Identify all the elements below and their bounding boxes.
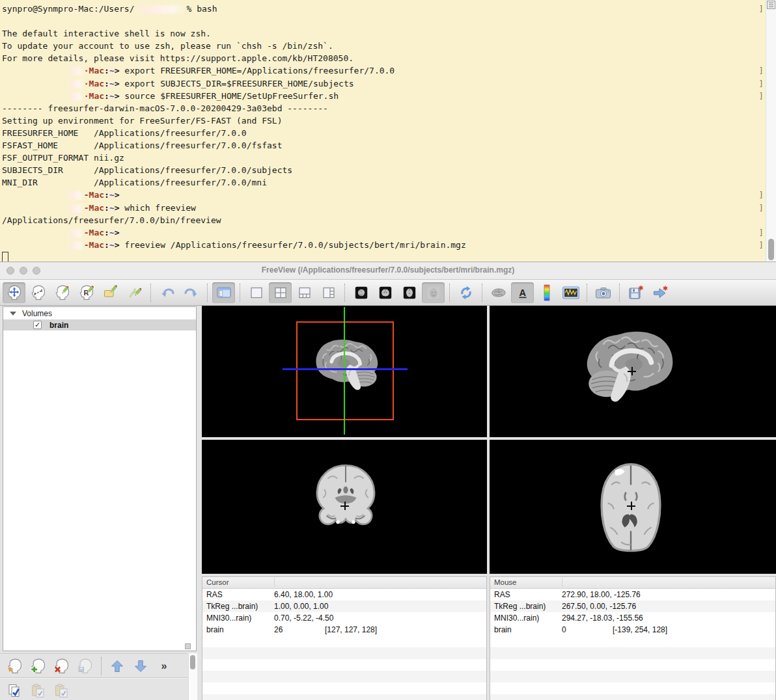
measure-tool-button[interactable] — [27, 282, 49, 303]
sidebar-scrollbar-thumb[interactable] — [190, 655, 195, 669]
reload-volume-button[interactable] — [454, 282, 477, 303]
mouse-panel-header[interactable]: Mouse — [490, 577, 775, 589]
move-layer-up-button[interactable] — [106, 656, 128, 677]
volume-visibility-checkbox[interactable]: ✓ — [33, 321, 42, 329]
recon-edit-tool-button[interactable]: R — [75, 282, 98, 303]
roi-edit-tool-button[interactable] — [99, 282, 122, 303]
layout-1x1-button[interactable] — [245, 282, 268, 303]
terminal-line: To update your account to use zsh, pleas… — [2, 40, 765, 52]
sidebar-scrollbar[interactable] — [188, 653, 197, 700]
row-label: brain — [494, 625, 562, 634]
paste-settings-button[interactable] — [27, 680, 49, 700]
save-layer-button[interactable] — [74, 656, 96, 677]
column-splitter[interactable] — [274, 578, 275, 587]
mouse-row[interactable]: MNI30...rain)294.27, -18.03, -155.56 — [490, 612, 775, 624]
volume-layer-row-brain[interactable]: ✓ brain — [3, 319, 196, 330]
toolbar-separator — [449, 284, 450, 302]
window-title: FreeView (/Applications/freesurfer/7.0.0… — [0, 262, 776, 278]
checkbox-check-icon: ✓ — [35, 321, 40, 329]
goto-point-button[interactable] — [648, 282, 671, 303]
view-3d-button[interactable] — [422, 282, 445, 303]
prompt-path: ~ — [109, 66, 115, 75]
svg-text:A: A — [519, 287, 526, 297]
mouse-empty-row — [490, 647, 775, 659]
freeview-body: Volumes ✓ brain » — [0, 306, 776, 700]
check-all-layers-button[interactable] — [4, 680, 26, 700]
cursor-row[interactable]: RAS6.40, 18.00, 1.00 — [202, 589, 486, 600]
paste-settings-all-button[interactable] — [51, 680, 73, 700]
cursor-row[interactable]: TkReg ...brain)1.00, 0.00, 1.00 — [202, 600, 486, 612]
close-button[interactable] — [7, 267, 14, 275]
terminal-line: FSF_OUTPUT_FORMAT nii.gz — [2, 152, 765, 164]
row-label: RAS — [206, 590, 274, 599]
toggle-control-panel-button[interactable] — [212, 282, 235, 303]
path-edit-icon — [126, 284, 143, 301]
minimize-button[interactable] — [20, 267, 27, 275]
cursor-row[interactable]: brain26[127, 127, 128] — [202, 624, 486, 636]
coronal-plane-line[interactable] — [344, 307, 345, 435]
load-layer-button[interactable] — [27, 656, 49, 677]
terminal-scrollbar[interactable] — [766, 0, 776, 262]
screenshot-button[interactable] — [592, 282, 615, 303]
view-sagittal[interactable] — [490, 306, 776, 437]
terminal-line: ·Mac:~> export SUBJECTS_DIR=$FREESURFER_… — [2, 77, 765, 90]
mouse-empty-row — [490, 659, 775, 671]
move-layer-down-button[interactable] — [130, 656, 152, 677]
layout-1x3h-button[interactable] — [317, 282, 340, 303]
terminal-line: synpro@Synmpro-Mac:/Users/% bash] — [2, 3, 765, 15]
slice-plane-frame[interactable] — [296, 321, 394, 420]
zoom-button[interactable] — [33, 267, 40, 275]
collapse-triangle-icon[interactable] — [10, 312, 16, 316]
pointset-edit-tool-button[interactable] — [123, 282, 146, 303]
view-sagittal-button[interactable] — [350, 282, 372, 303]
row-value: 0 — [562, 625, 613, 634]
terminal-line: /Applications/freesurfer/7.0.0/bin/freev… — [2, 214, 765, 226]
layout-1x3-button[interactable] — [293, 282, 316, 303]
close-layer-button[interactable] — [51, 656, 73, 677]
view-axial[interactable] — [490, 440, 776, 574]
freeview-titlebar[interactable]: FreeView (/Applications/freesurfer/7.0.0… — [0, 262, 776, 280]
voxel-edit-tool-button[interactable] — [51, 282, 74, 303]
view-axial-button[interactable] — [398, 282, 421, 303]
arrow-down-icon — [133, 659, 148, 673]
volumes-tree-header[interactable]: Volumes — [3, 307, 196, 319]
row-value: 6.40, 18.00, 1.00 — [274, 590, 333, 599]
save-point-set-button[interactable] — [624, 282, 647, 303]
undo-icon — [159, 285, 175, 301]
mouse-row[interactable]: RAS272.90, 18.00, -125.76 — [490, 589, 775, 600]
view-3d[interactable] — [202, 306, 487, 437]
view-coronal-button[interactable] — [374, 282, 396, 303]
undo-button[interactable] — [156, 282, 178, 303]
row-value: 272.90, 18.00, -125.76 — [562, 590, 641, 599]
terminal-line: For more details, please visit https://s… — [2, 52, 765, 64]
redo-button[interactable] — [180, 282, 202, 303]
terminal-marks-icon[interactable] — [767, 1, 775, 9]
cursor-row[interactable]: MNI30...rain)0.70, -5.22, -4.50 — [202, 612, 486, 624]
head-measure-icon — [30, 284, 47, 301]
time-course-button[interactable] — [559, 282, 582, 303]
more-tools-button[interactable]: » — [153, 656, 175, 677]
save-new-icon — [628, 285, 644, 301]
cursor-panel-header[interactable]: Cursor — [202, 577, 486, 589]
layout-2x2-button[interactable] — [269, 282, 292, 303]
axial-plane-line[interactable] — [283, 368, 408, 370]
show-surface-button[interactable] — [487, 282, 510, 303]
terminal-text: To update your account to use zsh, pleas… — [2, 41, 333, 51]
terminal-scrollbar-thumb[interactable] — [768, 239, 774, 260]
terminal-window[interactable]: synpro@Synmpro-Mac:/Users/% bash] The de… — [0, 0, 776, 262]
show-colorbar-button[interactable] — [535, 282, 558, 303]
toolbar-separator — [619, 284, 620, 302]
terminal-text — [2, 228, 68, 237]
mouse-row[interactable]: TkReg ...brain)267.50, 0.00, -125.76 — [490, 600, 775, 612]
column-splitter[interactable] — [562, 578, 562, 587]
terminal-line: -Mac:~> freeview /Applications/freesurfe… — [2, 239, 765, 251]
navigate-tool-button[interactable] — [3, 282, 25, 303]
terminal-text: Setting up environment for FreeSurfer/FS… — [2, 116, 282, 126]
view-sagittal-icon — [355, 286, 368, 299]
mouse-row[interactable]: brain0[-139, 254, 128] — [490, 624, 775, 636]
new-layer-button[interactable] — [4, 656, 26, 677]
prompt-colon: : — [104, 91, 109, 101]
show-annotation-button[interactable]: A — [511, 282, 534, 303]
view-coronal[interactable] — [202, 440, 487, 574]
tree-resize-grip[interactable] — [185, 643, 191, 649]
